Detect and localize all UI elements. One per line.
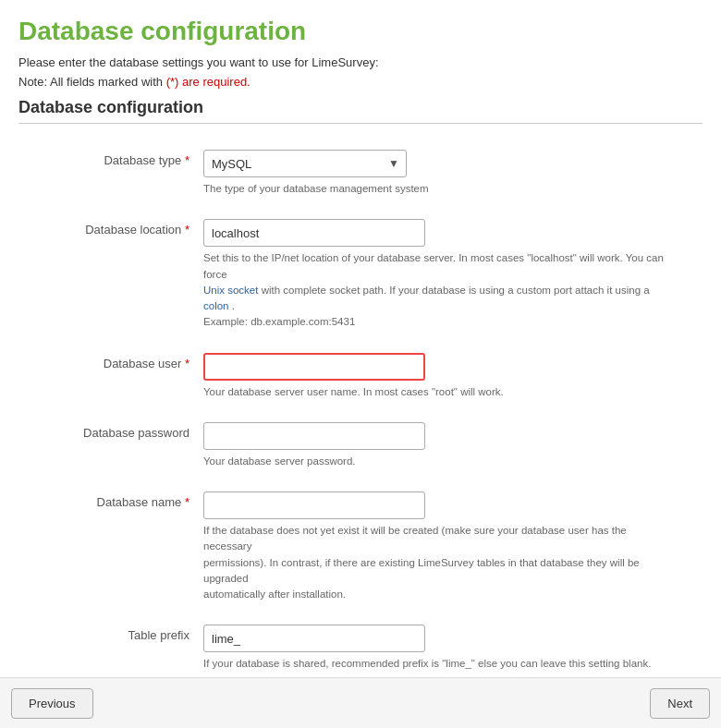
db-type-select-wrapper: MySQL PostgreSQL MSSQL Oracle SQLite ▼ (203, 150, 407, 177)
db-password-label: Database password (18, 415, 203, 484)
db-name-input[interactable] (203, 491, 425, 519)
table-prefix-help: If your database is shared, recommended … (203, 656, 666, 672)
db-user-help: Your database server user name. In most … (203, 384, 666, 400)
previous-button[interactable]: Previous (11, 688, 93, 719)
db-password-input-cell: Your database server password. (203, 415, 703, 484)
required-note: Note: All fields marked with (*) are req… (18, 75, 703, 89)
db-user-row: Database user * Your database server use… (18, 346, 703, 415)
db-location-help-link2: colon (203, 300, 229, 311)
db-name-row: Database name * If the database does not… (18, 484, 703, 617)
db-type-help: The type of your database management sys… (203, 181, 666, 197)
db-type-input-cell: MySQL PostgreSQL MSSQL Oracle SQLite ▼ T… (203, 142, 703, 212)
db-name-required-star: * (185, 495, 189, 509)
db-user-input-cell: Your database server user name. In most … (203, 346, 703, 415)
db-location-help-link1: Unix socket (203, 285, 258, 296)
db-location-input-cell: Set this to the IP/net location of your … (203, 212, 703, 345)
required-note-suffix: are required. (178, 75, 250, 89)
db-user-input[interactable] (203, 353, 425, 381)
section-divider (18, 123, 703, 124)
intro-text: Please enter the database settings you w… (18, 55, 703, 69)
required-note-prefix: Note: All fields marked with (18, 75, 166, 89)
db-password-help: Your database server password. (203, 454, 666, 469)
db-location-row: Database location * Set this to the IP/n… (18, 212, 703, 345)
db-name-help: If the database does not yet exist it wi… (203, 523, 666, 602)
next-button[interactable]: Next (650, 688, 710, 719)
footer-bar: Previous Next (0, 677, 721, 728)
db-location-help: Set this to the IP/net location of your … (203, 250, 666, 330)
db-location-required-star: * (185, 223, 189, 237)
db-type-row: Database type * MySQL PostgreSQL MSSQL O… (18, 142, 703, 212)
config-form: Database type * MySQL PostgreSQL MSSQL O… (18, 142, 703, 687)
db-name-label: Database name * (18, 484, 203, 617)
page-title: Database configuration (18, 17, 703, 46)
section-title: Database configuration (18, 98, 703, 117)
required-asterisk: (*) (166, 75, 179, 89)
db-password-row: Database password Your database server p… (18, 415, 703, 484)
db-type-select[interactable]: MySQL PostgreSQL MSSQL Oracle SQLite (203, 150, 407, 177)
db-name-input-cell: If the database does not yet exist it wi… (203, 484, 703, 617)
db-location-label: Database location * (18, 212, 203, 345)
db-user-label: Database user * (18, 346, 203, 415)
db-type-label: Database type * (18, 142, 203, 212)
db-type-required-star: * (185, 153, 189, 167)
db-user-required-star: * (185, 357, 189, 370)
table-prefix-input[interactable] (203, 625, 425, 652)
db-location-input[interactable] (203, 219, 425, 247)
db-password-input[interactable] (203, 422, 425, 450)
